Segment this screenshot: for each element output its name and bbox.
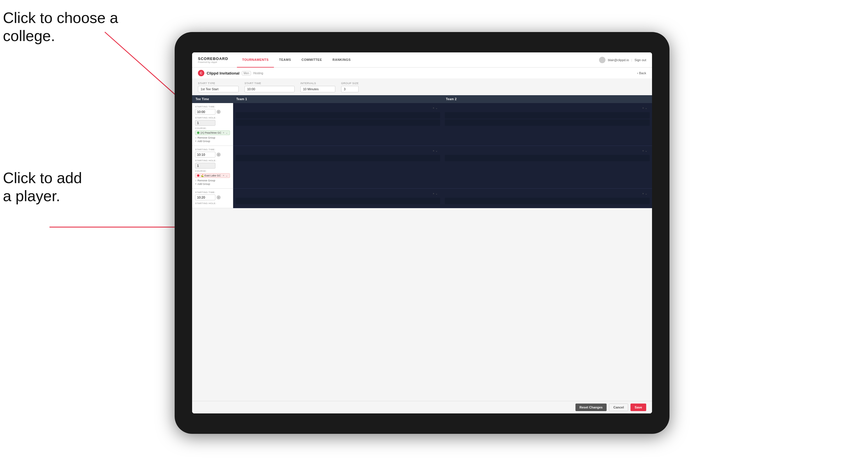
annotation-choose-college: Click to choose a college. <box>3 9 118 45</box>
col-header-team1: Team 1 <box>233 95 442 103</box>
back-link[interactable]: ‹ Back <box>637 71 646 75</box>
annotation-add-player: Click to add a player. <box>3 169 82 205</box>
nav-link-tournaments[interactable]: TOURNAMENTS <box>237 53 274 67</box>
course-section-1: COURSE: (A) Peachtree GC × ⌄ <box>195 127 230 135</box>
player-slot-empty[interactable] <box>236 112 440 119</box>
team2-col-3: × ⌄ <box>442 189 652 208</box>
player-icons: × ⌄ <box>433 192 438 195</box>
starting-hole-select-2[interactable]: 1 <box>195 163 215 168</box>
course-tag-dot <box>197 132 199 134</box>
sub-header-left: C Clippd Invitational Men Hosting <box>198 70 263 76</box>
player-expand-icon[interactable]: ⌄ <box>435 106 438 110</box>
team2-col-1: × ⌄ <box>442 103 652 146</box>
player-slot[interactable]: × ⌄ <box>236 105 440 111</box>
start-time-group: Start Time <box>245 82 294 92</box>
nav-right: blair@clippd.io | Sign out <box>599 57 646 63</box>
course-label: COURSE: <box>195 127 230 130</box>
starting-time-input-1[interactable] <box>195 109 215 115</box>
remove-group-btn-2[interactable]: ○ Remove Group <box>195 179 230 182</box>
starting-hole-select-1[interactable]: 1 <box>195 120 215 126</box>
team1-col-3: × ⌄ <box>233 189 442 208</box>
nav-link-teams[interactable]: TEAMS <box>274 53 296 67</box>
hosting-badge: Hosting <box>253 72 263 75</box>
table-row: STARTING TIME: i STARTING HOLE: 1 <box>192 146 652 189</box>
starting-time-wrapper-3: i <box>195 194 230 200</box>
save-button[interactable]: Save <box>630 404 646 411</box>
course-name-1: (A) Peachtree GC <box>200 131 221 134</box>
sign-out-link[interactable]: Sign out <box>634 58 646 62</box>
group-actions-1: ○ Remove Group + Add Group <box>195 136 230 143</box>
player-slot-empty[interactable] <box>236 119 440 126</box>
nav-link-rankings[interactable]: RANKINGS <box>327 53 356 67</box>
course-remove-2[interactable]: × <box>223 174 224 177</box>
player-slot-empty[interactable] <box>445 155 650 161</box>
player-icons: × ⌄ <box>643 149 647 152</box>
brand-sub: Powered by clippd <box>198 61 228 63</box>
start-type-select[interactable]: 1st Tee Start <box>198 86 239 92</box>
intervals-select[interactable]: 10 Minutes <box>300 86 335 92</box>
remove-group-btn-1[interactable]: ○ Remove Group <box>195 136 230 139</box>
player-x-icon[interactable]: × <box>643 192 644 195</box>
starting-time-wrapper-2: i <box>195 152 230 157</box>
player-icons: × ⌄ <box>433 149 438 152</box>
group-size-group: Group Size 3 <box>341 82 359 92</box>
course-expand-1[interactable]: ⌄ <box>225 131 228 134</box>
user-avatar <box>599 57 606 63</box>
player-slot-empty[interactable] <box>236 198 440 204</box>
info-icon-1: i <box>217 110 221 114</box>
start-time-input[interactable] <box>245 86 294 92</box>
starting-time-wrapper: i <box>195 109 230 115</box>
reset-button[interactable]: Reset Changes <box>576 404 607 411</box>
course-section-2: COURSE: ⛳ East Lake GC × ⌄ <box>195 170 230 178</box>
course-label: COURSE: <box>195 170 230 173</box>
player-slot[interactable]: × ⌄ <box>445 148 650 154</box>
user-email: blair@clippd.io <box>608 58 629 62</box>
info-icon-3: i <box>217 195 221 199</box>
starting-time-input-2[interactable] <box>195 152 215 157</box>
player-expand-icon[interactable]: ⌄ <box>645 192 647 195</box>
player-x-icon[interactable]: × <box>433 106 434 110</box>
add-group-btn-2[interactable]: + Add Group <box>195 183 230 185</box>
player-expand-icon[interactable]: ⌄ <box>435 149 438 152</box>
player-x-icon[interactable]: × <box>643 106 644 110</box>
starting-hole-label: STARTING HOLE: <box>195 117 230 119</box>
player-slot[interactable]: × ⌄ <box>236 190 440 197</box>
start-time-label: Start Time <box>245 82 294 85</box>
tee-time-col-2: STARTING TIME: i STARTING HOLE: 1 <box>192 146 233 189</box>
course-expand-2[interactable]: ⌄ <box>225 174 228 177</box>
player-slot-empty[interactable] <box>445 119 650 126</box>
player-slot-empty[interactable] <box>236 155 440 161</box>
player-slot-empty[interactable] <box>445 112 650 119</box>
team2-col-2: × ⌄ <box>442 146 652 189</box>
player-slot[interactable]: × ⌄ <box>236 148 440 154</box>
clippd-logo: C <box>198 70 204 76</box>
player-slot[interactable]: × ⌄ <box>445 105 650 111</box>
course-tag-dot-2 <box>197 175 199 177</box>
brand: SCOREBOARD Powered by clippd <box>198 57 228 63</box>
player-expand-icon[interactable]: ⌄ <box>645 106 647 110</box>
player-x-icon[interactable]: × <box>433 192 434 195</box>
starting-hole-label: STARTING HOLE: <box>195 159 230 162</box>
starting-time-input-3[interactable] <box>195 194 215 200</box>
player-slot[interactable]: × ⌄ <box>445 190 650 197</box>
course-tag-2[interactable]: ⛳ East Lake GC × ⌄ <box>195 173 230 178</box>
nav-separator: | <box>631 58 632 62</box>
course-remove-1[interactable]: × <box>223 131 224 134</box>
player-slot-empty[interactable] <box>445 198 650 204</box>
nav-link-committee[interactable]: COMMITTEE <box>296 53 328 67</box>
player-expand-icon[interactable]: ⌄ <box>645 149 647 152</box>
player-x-icon[interactable]: × <box>643 149 644 152</box>
table-container: Tee Time Team 1 Team 2 STARTING TIME: <box>192 95 652 401</box>
tournament-title: Clippd Invitational <box>207 71 240 75</box>
bottom-bar: Reset Changes Cancel Save <box>192 401 652 413</box>
starting-time-label: STARTING TIME: <box>195 148 230 151</box>
starting-time-label: STARTING TIME: <box>195 105 230 108</box>
course-tag-1[interactable]: (A) Peachtree GC × ⌄ <box>195 130 230 135</box>
cancel-button[interactable]: Cancel <box>609 404 628 411</box>
add-group-btn-1[interactable]: + Add Group <box>195 140 230 143</box>
player-x-icon[interactable]: × <box>433 149 434 152</box>
controls-row: Start Type 1st Tee Start Start Time Inte… <box>192 79 652 95</box>
player-expand-icon[interactable]: ⌄ <box>435 192 438 195</box>
group-size-select[interactable]: 3 <box>341 86 359 92</box>
col-header-team2: Team 2 <box>442 95 652 103</box>
